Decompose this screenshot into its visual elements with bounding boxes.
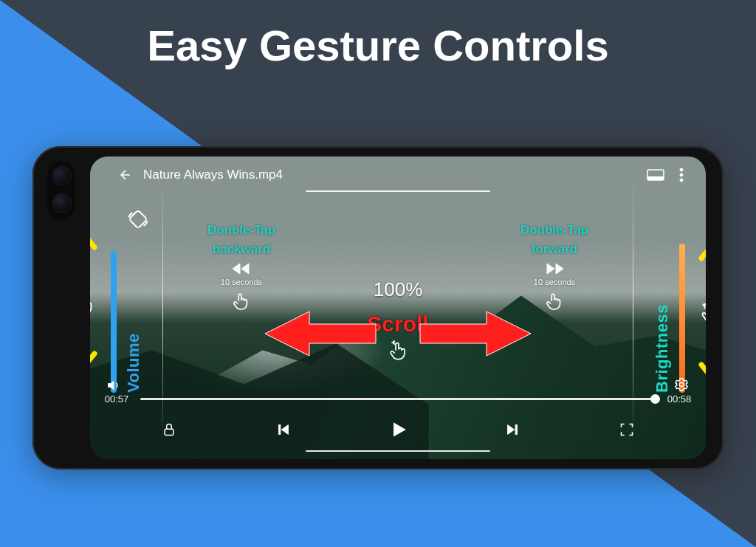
progress-row: 00:57 00:58 [102, 393, 694, 405]
next-icon[interactable] [499, 416, 526, 443]
brightness-gesture-zone[interactable]: Brightness [636, 208, 701, 393]
svg-point-4 [680, 179, 683, 182]
top-handle-bar [306, 190, 490, 192]
svg-rect-1 [647, 176, 664, 180]
svg-point-6 [679, 382, 684, 387]
doubletap-back-label1: Double-Tap [207, 223, 275, 238]
phone-camera-cutout [47, 161, 75, 220]
subtitle-icon[interactable] [647, 168, 664, 182]
volume-gesture-zone[interactable]: Volume [94, 208, 159, 393]
left-aux-stack [106, 378, 121, 393]
phone-mockup: Nature Always Wins.mp4 Volume [32, 146, 724, 469]
seek-track[interactable] [140, 398, 656, 400]
brightness-bar [679, 244, 685, 393]
play-icon[interactable] [385, 416, 411, 443]
doubletap-fwd-label2: forward [532, 242, 577, 257]
svg-point-3 [680, 173, 683, 176]
zoom-level: 100% [228, 278, 568, 301]
lock-icon[interactable] [156, 416, 182, 443]
more-icon[interactable] [675, 167, 688, 183]
svg-rect-8 [279, 425, 281, 435]
duration: 00:58 [664, 393, 694, 405]
right-aux-stack [673, 376, 690, 393]
swipe-hand-icon [698, 300, 706, 326]
video-player-screen[interactable]: Nature Always Wins.mp4 Volume [90, 156, 706, 459]
current-time: 00:57 [102, 393, 131, 405]
svg-rect-9 [515, 425, 517, 435]
scroll-arrows [221, 308, 575, 359]
brightness-label: Brightness [653, 244, 672, 393]
fullscreen-icon[interactable] [614, 416, 640, 443]
headline: Easy Gesture Controls [0, 21, 756, 70]
seek-thumb[interactable] [650, 394, 660, 404]
video-title: Nature Always Wins.mp4 [143, 168, 283, 182]
svg-point-2 [680, 168, 683, 171]
player-bottom-bar [90, 416, 706, 443]
back-icon[interactable] [118, 168, 133, 182]
scroll-gesture-zone[interactable]: 100% Scroll [228, 278, 568, 362]
speaker-icon[interactable] [106, 378, 121, 393]
doubletap-fwd-label1: Double-Tap [520, 223, 588, 238]
gear-icon[interactable] [673, 376, 690, 393]
swipe-hand-icon [90, 293, 97, 318]
previous-icon[interactable] [270, 416, 297, 443]
bottom-handle-bar [306, 450, 490, 452]
volume-label: Volume [124, 251, 143, 393]
volume-bar [111, 251, 117, 393]
doubletap-back-label2: backward [213, 242, 270, 257]
svg-rect-7 [165, 429, 174, 435]
player-top-bar: Nature Always Wins.mp4 [90, 167, 706, 183]
